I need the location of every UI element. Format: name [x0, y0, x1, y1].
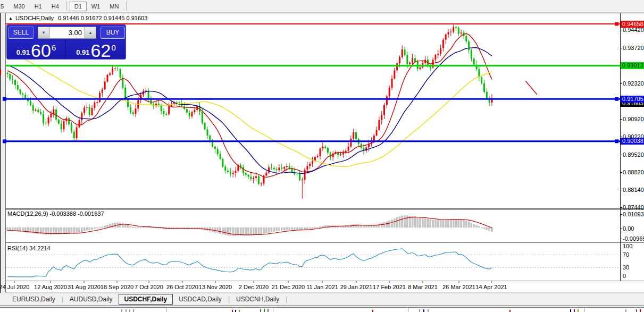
- price-tick-dash: [620, 190, 622, 190]
- date-tick-label: 14 Apr 2021: [475, 284, 507, 290]
- sell-price-display[interactable]: 0.91606: [9, 40, 64, 59]
- chart-tab-audusd[interactable]: AUDUSD,Daily: [64, 294, 119, 305]
- date-tick-label: 26 Oct 2020: [166, 284, 198, 290]
- chart-tab-usdcad[interactable]: USDCAD,Daily: [173, 294, 228, 305]
- strip-mark: [129, 309, 130, 312]
- up-arrow-icon: ▲: [88, 30, 93, 35]
- price-tick-dash: [620, 207, 622, 208]
- strip-mark: [372, 310, 373, 312]
- strip-mark: [126, 309, 127, 312]
- chart-tab-bar: EURUSD,Daily|AUDUSD,DailyUSDCHF,DailyUSD…: [0, 293, 644, 305]
- pane-splitter-macd[interactable]: [5, 208, 644, 209]
- buy-price-prefix: 0.91: [76, 48, 89, 56]
- macd-scale-dash: [620, 229, 622, 229]
- price-tick-dash: [620, 155, 622, 155]
- timeframe-button-h4[interactable]: H4: [47, 2, 64, 11]
- sell-price-big: 60: [31, 42, 51, 59]
- pane-splitter-rsi[interactable]: [5, 242, 644, 243]
- date-tick-label: 31 Aug 2020: [68, 284, 101, 290]
- strip-mark: [574, 309, 575, 312]
- buy-price-display[interactable]: 0.91620: [67, 40, 125, 59]
- buy-button[interactable]: BUY: [101, 27, 125, 39]
- ohlc-values: 0.91446 0.91672 0.91445 0.91603: [58, 15, 147, 21]
- price-tick-dash: [620, 119, 622, 120]
- volume-decrease-button[interactable]: ▼: [38, 27, 49, 39]
- rsi-scale-label: 70: [623, 251, 629, 258]
- price-axis-divider: [620, 13, 621, 281]
- chart-tab-usdchf[interactable]: USDCHF,Daily: [119, 294, 173, 305]
- timeframe-button-m30[interactable]: M30: [9, 2, 29, 11]
- date-tick-label: 29 Jan 2021: [340, 284, 373, 290]
- date-tick-label: 18 Sep 2020: [101, 284, 133, 290]
- strip-separator: [408, 308, 408, 312]
- price-tick-label: 0.89520: [623, 151, 644, 158]
- date-tick-label: 11 Jan 2021: [306, 284, 338, 290]
- pane-splitter-macd2: [5, 209, 644, 210]
- hline-price-tag: 0.91705: [621, 96, 644, 103]
- hline-price-tag: 0.94658: [621, 21, 644, 28]
- background-windows-strip: [0, 308, 644, 312]
- volume-increase-button[interactable]: ▲: [85, 27, 96, 39]
- edge-artifact: [0, 69, 1, 75]
- price-tick-dash: [620, 172, 622, 173]
- toolbar-separator: [126, 2, 127, 11]
- strip-mark: [232, 310, 233, 312]
- rsi-scale-label: 30: [623, 264, 629, 271]
- strip-mark: [570, 309, 571, 312]
- macd-scale-dash: [620, 214, 622, 215]
- hline-price-tag: 0.90038: [621, 138, 644, 145]
- buy-price-big: 62: [91, 42, 111, 59]
- macd-scale-dash: [620, 239, 622, 239]
- rsi-title: RSI(14) 34.2214: [7, 245, 51, 251]
- macd-scale-label: 0.00: [623, 225, 634, 232]
- strip-mark: [260, 309, 261, 312]
- price-tick-dash: [620, 137, 622, 137]
- timeframe-button-w1[interactable]: W1: [87, 2, 105, 11]
- sell-price-pip: 6: [52, 43, 56, 52]
- timeframe-button-mn[interactable]: MN: [105, 2, 123, 11]
- collapse-arrow-icon[interactable]: ▲: [9, 16, 13, 21]
- strip-mark: [235, 310, 236, 312]
- timeframe-button-15[interactable]: 15: [0, 2, 9, 11]
- chart-tab-eurusd[interactable]: EURUSD,Daily: [6, 294, 61, 305]
- sell-price-prefix: 0.91: [16, 48, 30, 56]
- price-tick-dash: [620, 48, 622, 48]
- price-divider: [65, 40, 66, 58]
- price-tick-label: 0.92320: [623, 80, 644, 87]
- chart-header: ▲USDCHF,Daily0.91446 0.91672 0.91445 0.9…: [9, 15, 147, 21]
- date-tick-label: 24 Jul 2020: [0, 284, 29, 290]
- macd-scale-label: -0.009653: [623, 235, 644, 242]
- macd-scale-label: 0.010933: [623, 211, 644, 217]
- rsi-scale-label: 100: [623, 243, 632, 249]
- volume-input[interactable]: 3.00: [49, 27, 85, 39]
- timeframe-button-h1[interactable]: H1: [30, 2, 47, 11]
- macd-title: MACD(12,26,9) -0.003388 -0.001637: [7, 210, 104, 217]
- date-tick-label: 13 Nov 2020: [199, 284, 232, 290]
- strip-mark: [509, 310, 511, 312]
- strip-separator: [273, 308, 273, 312]
- price-tick-dash: [620, 83, 622, 84]
- window-left-frame: [0, 13, 1, 312]
- price-tick-label: 0.88140: [623, 187, 644, 193]
- strip-mark: [264, 309, 265, 312]
- symbol-label: USDCHF,Daily: [15, 15, 54, 21]
- timeframe-toolbar: 15M30H1H4D1W1MN: [0, 0, 644, 13]
- date-tick-label: 17 Feb 2021: [373, 284, 406, 290]
- date-tick-label: 2 Dec 2020: [239, 284, 269, 290]
- strip-mark: [423, 309, 424, 312]
- date-tick-label: 12 Aug 2020: [34, 284, 67, 290]
- sell-button[interactable]: SELL: [9, 27, 34, 39]
- timeframe-button-d1[interactable]: D1: [70, 2, 87, 11]
- toolbar-separator: [66, 2, 67, 11]
- mt4-application: 15M30H1H4D1W1MN ▲USDCHF,Daily0.91446 0.9…: [0, 0, 644, 312]
- chart-tab-usdcnh[interactable]: USDCNH,Daily: [230, 294, 285, 305]
- price-tick-label: 0.90920: [623, 116, 644, 122]
- strip-mark: [428, 309, 429, 312]
- date-tick-label: 26 Mar 2021: [442, 284, 475, 290]
- date-tick-label: 8 Mar 2021: [408, 284, 438, 290]
- strip-mark: [267, 309, 269, 312]
- strip-mark: [239, 310, 240, 312]
- date-tick-label: 21 Dec 2020: [272, 284, 305, 290]
- one-click-trading-panel: SELL ▼ 3.00 ▲ BUY 0.91606 0.91620: [6, 24, 126, 60]
- strip-separator: [584, 308, 584, 312]
